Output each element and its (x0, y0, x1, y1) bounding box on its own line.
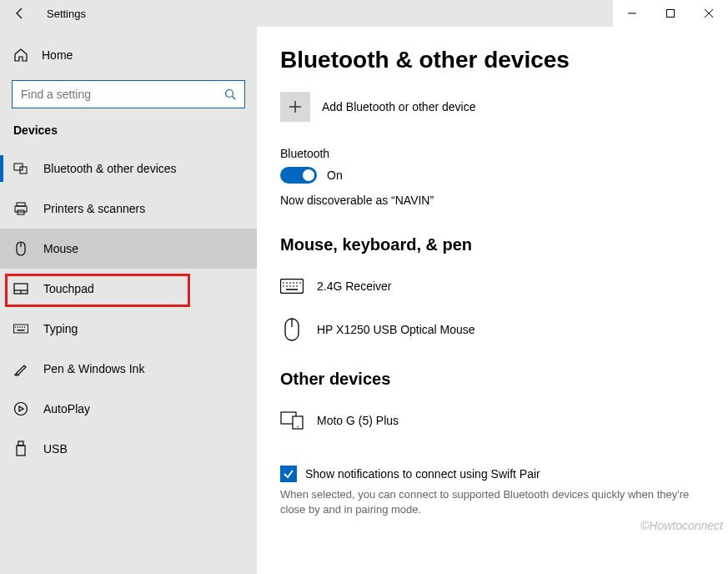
svg-rect-22 (18, 441, 23, 446)
sidebar-item-usb[interactable]: USB (0, 429, 257, 469)
sidebar-item-label: Pen & Windows Ink (43, 362, 144, 375)
sidebar-item-label: AutoPlay (43, 402, 90, 415)
bluetooth-toggle[interactable] (280, 167, 317, 184)
sidebar-home[interactable]: Home (0, 38, 257, 72)
svg-rect-7 (15, 206, 27, 212)
keyboard-icon (13, 324, 28, 334)
close-button[interactable] (690, 0, 728, 27)
window-title: Settings (40, 8, 86, 20)
watermark: ©Howtoconnect (640, 519, 723, 532)
content-pane: Bluetooth & other devices Add Bluetooth … (257, 27, 728, 574)
autoplay-icon (13, 401, 28, 416)
sidebar-item-printers[interactable]: Printers & scanners (0, 189, 257, 229)
svg-point-2 (226, 90, 233, 98)
svg-rect-26 (281, 279, 304, 294)
svg-rect-1 (667, 10, 675, 18)
sidebar-home-label: Home (42, 48, 73, 62)
devices-icon (13, 161, 28, 176)
sidebar-item-typing[interactable]: Typing (0, 309, 257, 349)
bluetooth-label: Bluetooth (280, 147, 705, 160)
device-name: HP X1250 USB Optical Mouse (317, 323, 475, 336)
device-name: 2.4G Receiver (317, 279, 391, 293)
sidebar-item-label: USB (43, 442, 68, 456)
printer-icon (13, 201, 28, 216)
mouse-icon (13, 241, 28, 256)
section-mouse-keyboard: Mouse, keyboard, & pen (280, 235, 705, 254)
search-icon (224, 88, 236, 100)
sidebar-item-label: Mouse (43, 242, 78, 255)
svg-line-3 (233, 97, 236, 100)
plus-icon (280, 92, 310, 122)
sidebar-item-bluetooth[interactable]: Bluetooth & other devices (0, 149, 257, 189)
sidebar-item-label: Printers & scanners (43, 202, 145, 215)
sidebar-item-mouse[interactable]: Mouse (0, 229, 257, 269)
titlebar: Settings (0, 0, 728, 27)
bluetooth-state: On (327, 169, 343, 182)
svg-rect-6 (17, 203, 25, 206)
sidebar-item-touchpad[interactable]: Touchpad (0, 269, 257, 309)
sidebar-category: Devices (0, 123, 257, 149)
swift-pair-checkbox[interactable] (280, 466, 297, 482)
pen-icon (13, 361, 28, 376)
mouse-icon (280, 318, 304, 341)
usb-icon (13, 441, 28, 457)
device-item[interactable]: HP X1250 USB Optical Mouse (280, 308, 705, 351)
page-title: Bluetooth & other devices (280, 47, 705, 73)
phone-tablet-icon (280, 411, 304, 430)
search-input-wrap[interactable] (12, 80, 245, 108)
sidebar: Home Devices Bluetooth & other devices (0, 27, 257, 574)
sidebar-item-autoplay[interactable]: AutoPlay (0, 389, 257, 429)
section-other-devices: Other devices (280, 370, 705, 389)
swift-pair-label: Show notifications to connect using Swif… (305, 467, 540, 481)
minimize-button[interactable] (613, 0, 651, 27)
keyboard-icon (280, 279, 304, 294)
svg-rect-14 (13, 325, 28, 333)
swift-pair-helper: When selected, you can connect to suppor… (280, 487, 697, 517)
svg-point-21 (15, 403, 28, 415)
back-button[interactable] (0, 0, 40, 27)
sidebar-item-label: Touchpad (43, 282, 94, 295)
device-item[interactable]: Moto G (5) Plus (280, 399, 705, 442)
svg-rect-23 (17, 446, 25, 456)
svg-point-43 (297, 426, 299, 428)
add-device-label: Add Bluetooth or other device (322, 100, 475, 113)
touchpad-icon (13, 283, 28, 295)
discoverable-text: Now discoverable as “NAVIN” (280, 194, 705, 207)
add-device-button[interactable]: Add Bluetooth or other device (280, 92, 705, 122)
sidebar-item-pen[interactable]: Pen & Windows Ink (0, 349, 257, 389)
device-name: Moto G (5) Plus (317, 414, 399, 427)
maximize-button[interactable] (651, 0, 690, 27)
device-item[interactable]: 2.4G Receiver (280, 264, 705, 308)
sidebar-item-label: Typing (43, 322, 78, 335)
home-icon (13, 48, 28, 63)
search-input[interactable] (21, 88, 224, 101)
sidebar-item-label: Bluetooth & other devices (43, 162, 177, 175)
